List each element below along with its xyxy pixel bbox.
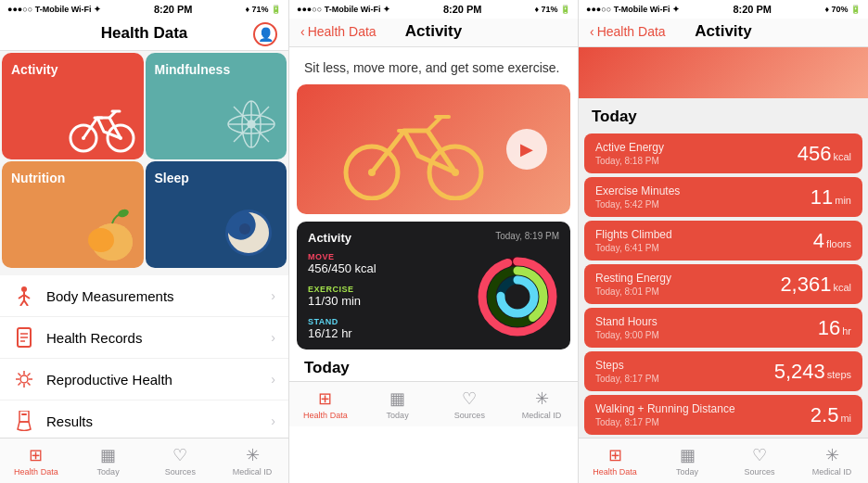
tab-today-2[interactable]: ▦ Today: [362, 388, 434, 420]
svg-line-45: [428, 117, 441, 131]
metric-right-stand: 16 hr: [818, 316, 851, 340]
svg-point-20: [21, 286, 27, 292]
metric-right-walking: 2.5 mi: [811, 403, 851, 427]
metric-name-resting: Resting Energy: [595, 272, 671, 285]
metric-val-steps: 5,243: [774, 360, 825, 384]
healthdata-tab-label-3: Health Data: [593, 467, 637, 477]
sources-tab-label-3: Sources: [744, 467, 774, 477]
nutrition-icon: [79, 203, 139, 263]
tab-healthdata-1[interactable]: ⊞ Health Data: [0, 445, 72, 477]
list-item-body[interactable]: Body Measurements ›: [0, 275, 288, 317]
metric-sub-walking: Today, 8:17 PM: [595, 417, 735, 427]
metric-name-steps: Steps: [595, 359, 659, 372]
medical-tab-icon-2: ✳: [535, 388, 549, 409]
metric-unit-flights: floors: [826, 238, 851, 249]
mindfulness-icon: [223, 96, 279, 152]
today-tab-icon-3: ▦: [680, 445, 696, 465]
metric-active-energy[interactable]: Active Energy Today, 8:18 PM 456 kcal: [584, 133, 862, 173]
medical-tab-icon-3: ✳: [825, 445, 839, 465]
activity-label: Activity: [11, 62, 134, 77]
tab-medical-2[interactable]: ✳ Medical ID: [505, 388, 578, 420]
p3-back-button[interactable]: ‹ Health Data: [590, 24, 666, 39]
healthdata-tab-icon-2: ⊞: [318, 388, 332, 409]
nutrition-label: Nutrition: [11, 171, 134, 185]
metric-val-flights: 4: [813, 229, 824, 253]
list-item-results[interactable]: Results ›: [0, 400, 288, 438]
svg-point-17: [116, 208, 129, 219]
svg-line-35: [19, 374, 21, 376]
metric-right-active-energy: 456 kcal: [798, 142, 851, 166]
activity-hero-image[interactable]: ▶: [297, 84, 570, 214]
metric-left-resting: Resting Energy Today, 8:01 PM: [595, 272, 671, 297]
body-label: Body Measurements: [46, 288, 271, 304]
stand-value: 16/12 hr: [308, 326, 377, 340]
grid-card-activity[interactable]: Activity: [2, 53, 144, 159]
stand-label: STAND: [308, 317, 377, 326]
metric-exercise-minutes[interactable]: Exercise Minutes Today, 5:42 PM 11 min: [584, 177, 862, 217]
p3-back-label: Health Data: [597, 24, 666, 39]
grid-card-mindfulness[interactable]: Mindfulness: [146, 53, 287, 159]
tab-healthdata-3[interactable]: ⊞ Health Data: [579, 445, 651, 477]
records-icon: [13, 326, 35, 349]
metric-right-flights: 4 floors: [813, 229, 851, 253]
today-tab-icon: ▦: [100, 445, 116, 465]
chevron-icon-4: ›: [271, 413, 275, 428]
status-bar-1: ●●●○○ T-Mobile Wi-Fi ✦ 8:20 PM ♦ 71% 🔋: [0, 0, 288, 19]
tab-bar-2: ⊞ Health Data ▦ Today ♡ Sources ✳ Medica…: [289, 381, 578, 426]
metric-stand-hours[interactable]: Stand Hours Today, 9:00 PM 16 hr: [584, 308, 862, 348]
metric-unit-active-energy: kcal: [833, 151, 851, 162]
metric-resting-energy[interactable]: Resting Energy Today, 8:01 PM 2,361 kcal: [584, 264, 862, 304]
today-tab-icon-2: ▦: [389, 388, 405, 409]
svg-rect-40: [21, 413, 27, 415]
svg-rect-39: [19, 411, 29, 422]
back-button[interactable]: ‹ Health Data: [300, 24, 377, 39]
metric-left-steps: Steps Today, 8:17 PM: [595, 359, 659, 384]
tab-today-1[interactable]: ▦ Today: [72, 445, 145, 477]
metric-walking-running[interactable]: Walking + Running Distance Today, 8:17 P…: [584, 395, 862, 435]
tab-medical-1[interactable]: ✳ Medical ID: [216, 445, 288, 477]
tab-healthdata-2[interactable]: ⊞ Health Data: [289, 388, 362, 420]
svg-line-36: [28, 383, 31, 386]
metric-right-steps: 5,243 steps: [774, 360, 851, 384]
metric-flights[interactable]: Flights Climbed Today, 6:41 PM 4 floors: [584, 221, 862, 261]
mindfulness-label: Mindfulness: [155, 62, 278, 77]
time-3: 8:20 PM: [733, 4, 772, 15]
grid-card-nutrition[interactable]: Nutrition: [2, 161, 144, 268]
chevron-icon-2: ›: [271, 330, 275, 345]
tab-today-3[interactable]: ▦ Today: [651, 445, 723, 477]
metric-name-stand: Stand Hours: [595, 315, 659, 328]
profile-icon[interactable]: 👤: [253, 22, 277, 46]
list-item-repro[interactable]: Reproductive Health ›: [0, 359, 288, 400]
metric-val-resting: 2,361: [780, 273, 831, 297]
battery-2: ♦ 71% 🔋: [534, 5, 570, 14]
tab-sources-3[interactable]: ♡ Sources: [723, 445, 796, 477]
metric-left-active-energy: Active Energy Today, 8:18 PM: [595, 141, 664, 166]
today-section-label: Today: [289, 350, 578, 381]
metric-val-active-energy: 456: [798, 142, 832, 166]
tab-bar-3: ⊞ Health Data ▦ Today ♡ Sources ✳ Medica…: [579, 438, 868, 483]
health-categories-grid: Activity Mindfulness: [0, 51, 288, 270]
activity-stats: MOVE 456/450 kcal EXERCISE 11/30 min STA…: [308, 252, 377, 340]
body-icon: [13, 285, 35, 307]
exercise-label: EXERCISE: [308, 285, 377, 294]
metric-name-walking: Walking + Running Distance: [595, 402, 735, 415]
svg-point-30: [20, 375, 28, 383]
svg-line-37: [19, 383, 21, 386]
grid-card-sleep[interactable]: Sleep: [146, 161, 287, 268]
tab-sources-2[interactable]: ♡ Sources: [434, 388, 506, 420]
metric-steps[interactable]: Steps Today, 8:17 PM 5,243 steps: [584, 351, 862, 391]
panel-health-data: ●●●○○ T-Mobile Wi-Fi ✦ 8:20 PM ♦ 71% 🔋 H…: [0, 0, 289, 483]
play-button[interactable]: ▶: [506, 129, 547, 170]
chevron-icon-3: ›: [271, 372, 275, 387]
list-item-records[interactable]: Health Records ›: [0, 317, 288, 359]
tab-medical-3[interactable]: ✳ Medical ID: [796, 445, 868, 477]
stat-stand: STAND 16/12 hr: [308, 317, 377, 340]
battery-3: ♦ 70% 🔋: [824, 5, 861, 14]
p1-header: Health Data 👤: [0, 19, 288, 51]
carrier-3: ●●●○○ T-Mobile Wi-Fi ✦: [586, 5, 680, 14]
tab-sources-1[interactable]: ♡ Sources: [145, 445, 217, 477]
health-categories-list: Body Measurements › Health Records › Rep…: [0, 275, 288, 438]
metric-unit-resting: kcal: [833, 282, 851, 293]
results-icon: [13, 410, 35, 432]
metric-unit-walking: mi: [840, 413, 851, 424]
